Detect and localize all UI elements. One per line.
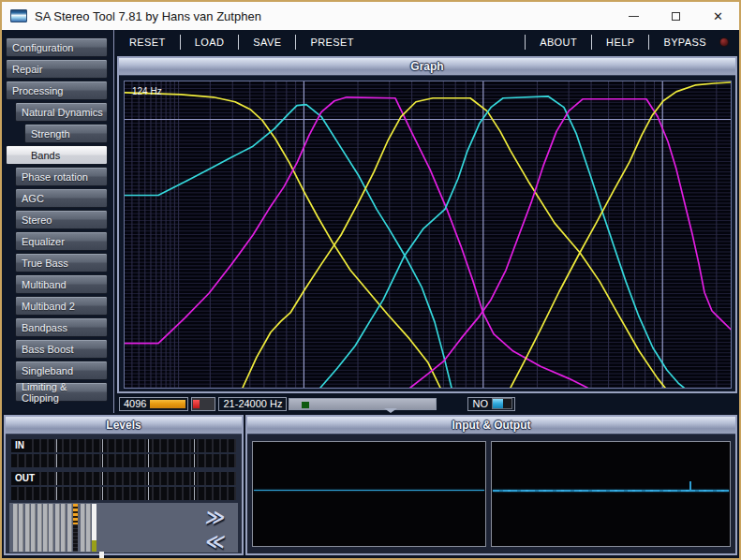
sidebar-item-equalizer[interactable]: Equalizer [15, 231, 108, 251]
meter-bar-inactive [86, 504, 91, 552]
sidebar-item-repair[interactable]: Repair [6, 59, 108, 79]
sidebar-item-bands[interactable]: Bands [6, 145, 108, 165]
io-body [250, 439, 733, 549]
toolbar-button-reset[interactable]: RESET [115, 37, 180, 48]
meter-bar-orange-segments [73, 504, 78, 552]
meter-bar-inactive [55, 504, 60, 552]
app-body: ConfigurationRepairProcessingNatural Dyn… [2, 30, 739, 558]
sidebar-item-bandpass[interactable]: Bandpass [15, 317, 108, 337]
output-meter-row-2 [11, 487, 236, 500]
output-trace-spike [689, 481, 691, 492]
output-waveform-display [491, 441, 731, 547]
output-meter-label: OUT [13, 472, 37, 485]
maximize-icon [672, 12, 680, 21]
input-meter-row-1: IN [11, 439, 236, 452]
toggle-label: NO [468, 398, 492, 409]
orange-segments [73, 504, 78, 524]
sidebar-item-natural-dynamics[interactable]: Natural Dynamics [15, 102, 108, 122]
status-bar: 4096 21-24000 Hz NO [117, 396, 737, 411]
sidebar-item-multiband[interactable]: Multiband [15, 274, 108, 294]
close-icon: ✕ [713, 10, 723, 22]
olive-tip [92, 540, 96, 552]
graph-panel: Graph 124 Hz [117, 56, 737, 393]
toolbar-button-bypass[interactable]: BYPASS [649, 37, 720, 48]
meter-bar-inactive [13, 504, 18, 552]
sidebar-item-processing[interactable]: Processing [6, 81, 108, 100]
meter-bar-inactive [25, 504, 30, 552]
frequency-range-label: 21-24000 Hz [219, 398, 286, 409]
cpu-load-bar [193, 400, 200, 408]
input-output-panel: Input & Output [245, 415, 737, 555]
levels-panel-header: Levels [6, 417, 242, 435]
meter-bar-inactive [81, 504, 85, 552]
toolbar-button-load[interactable]: LOAD [181, 37, 239, 48]
collapse-button[interactable]: ≪ [195, 529, 236, 553]
meter-bar-inactive [67, 504, 72, 552]
main-area: RESETLOADSAVEPRESETABOUTHELPBYPASS Graph… [115, 30, 739, 413]
input-meter-row-2 [11, 454, 236, 467]
sidebar-item-strength[interactable]: Strength [24, 124, 108, 143]
toggle-switch[interactable] [492, 398, 512, 409]
io-panel-header: Input & Output [247, 417, 735, 435]
sidebar-item-stereo[interactable]: Stereo [15, 210, 108, 229]
sidebar-nav: ConfigurationRepairProcessingNatural Dyn… [2, 30, 114, 413]
toolbar-button-about[interactable]: ABOUT [526, 37, 591, 48]
input-trace [254, 490, 484, 491]
sidebar-item-agc[interactable]: AGC [15, 188, 108, 208]
sidebar-item-limiting-clipping[interactable]: Limiting & Clipping [15, 382, 108, 402]
levels-panel: Levels IN OUT ≫ ≪ [4, 415, 244, 555]
input-waveform-display [252, 441, 486, 547]
buffer-fill-bar [150, 400, 185, 408]
toolbar-button-preset[interactable]: PRESET [296, 37, 367, 48]
toolbar-button-save[interactable]: SAVE [239, 37, 295, 48]
multiband-meter-strip: ≫ ≪ [9, 503, 238, 553]
meter-bar-inactive [19, 504, 23, 552]
meter-bar-inactive [49, 504, 53, 552]
dim-segments [73, 524, 78, 552]
meter-bar-inactive [37, 504, 42, 552]
window-title: SA Stereo Tool 7.81 by Hans van Zutphen [35, 9, 261, 23]
output-meter-row-1: OUT [11, 472, 236, 485]
buffer-size-value: 4096 [120, 398, 150, 409]
graph-panel-header: Graph [119, 58, 735, 76]
sidebar-item-configuration[interactable]: Configuration [6, 37, 108, 57]
meter-bar-white-green [99, 552, 104, 560]
toolbar: RESETLOADSAVEPRESETABOUTHELPBYPASS [115, 30, 739, 54]
range-marker [302, 402, 309, 408]
bypass-indicator-icon [720, 38, 728, 46]
buffer-size-widget[interactable]: 4096 [119, 397, 188, 411]
meter-bar-inactive [31, 504, 36, 552]
sidebar-item-phase-rotation[interactable]: Phase rotation [15, 167, 108, 186]
title-bar: SA Stereo Tool 7.81 by Hans van Zutphen … [2, 2, 739, 30]
band-curves-chart [125, 81, 731, 388]
meter-bar-inactive [43, 504, 48, 552]
collapse-handle-icon[interactable] [384, 408, 397, 413]
output-trace [493, 490, 729, 492]
minimize-icon [629, 16, 639, 17]
frequency-range-label-box: 21-24000 Hz [218, 397, 287, 411]
app-window: SA Stereo Tool 7.81 by Hans van Zutphen … [0, 0, 741, 560]
sidebar-item-bass-boost[interactable]: Bass Boost [15, 339, 108, 359]
cpu-load-widget [191, 397, 215, 411]
minimize-button[interactable] [613, 2, 655, 30]
close-button[interactable]: ✕ [697, 2, 739, 30]
sidebar-item-true-bass[interactable]: True Bass [15, 253, 108, 273]
app-logo-icon [10, 9, 27, 22]
sidebar-item-multiband-2[interactable]: Multiband 2 [15, 296, 108, 316]
sidebar-item-singleband[interactable]: Singleband [15, 361, 108, 380]
window-controls: ✕ [613, 2, 739, 30]
maximize-button[interactable] [655, 2, 697, 30]
toolbar-button-help[interactable]: HELP [592, 37, 648, 48]
meter-bar-inactive [61, 504, 66, 552]
expand-button[interactable]: ≫ [195, 505, 236, 529]
meter-bar-white-olive [92, 504, 96, 552]
toggle-on-half [493, 399, 503, 408]
input-meter-label: IN [13, 439, 26, 452]
toggle-widget[interactable]: NO [467, 397, 515, 411]
frequency-range-slider[interactable] [289, 398, 437, 410]
graph-plot[interactable]: 124 Hz [124, 81, 732, 389]
